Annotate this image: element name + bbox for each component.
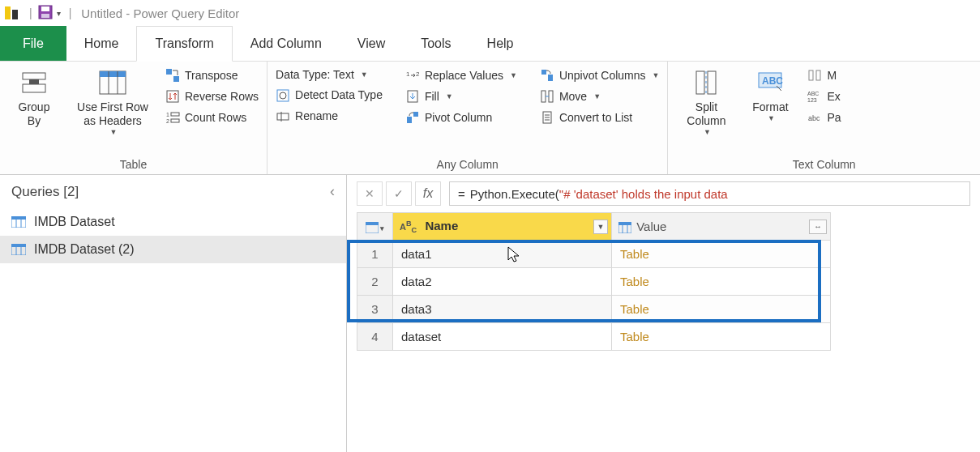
svg-rect-30 xyxy=(541,91,546,102)
svg-rect-19 xyxy=(277,90,289,101)
doc-name: Untitled xyxy=(81,6,122,20)
table-row[interactable]: 1 data1 Table xyxy=(357,241,831,268)
row-number: 1 xyxy=(357,241,393,268)
parse-button[interactable]: abc Pa xyxy=(807,110,841,125)
group-by-label: Group By xyxy=(19,100,50,128)
cell-value[interactable]: Table xyxy=(612,296,831,323)
data-area: ✕ ✓ fx = Python.Execute ( "# 'dataset' h… xyxy=(347,175,980,452)
use-first-row-button[interactable]: Use First Row as Headers ▼ xyxy=(68,65,157,136)
extract-button[interactable]: ABC123 Ex xyxy=(807,89,841,104)
chevron-down-icon: ▼ xyxy=(110,128,118,137)
count-rows-label: Count Rows xyxy=(185,111,246,125)
pivot-column-button[interactable]: Pivot Column xyxy=(405,110,517,125)
grid-corner[interactable]: ▾ xyxy=(357,213,393,241)
svg-rect-55 xyxy=(366,222,379,225)
tab-home[interactable]: Home xyxy=(66,26,137,61)
count-rows-button[interactable]: 12 Count Rows xyxy=(165,110,259,125)
svg-text:2: 2 xyxy=(416,70,420,78)
app-icon xyxy=(3,5,19,21)
tab-tools[interactable]: Tools xyxy=(403,26,469,61)
tab-file[interactable]: File xyxy=(0,26,66,61)
x-icon: ✕ xyxy=(365,187,374,200)
unpivot-columns-button[interactable]: Unpivot Columns ▼ xyxy=(540,68,660,83)
svg-rect-12 xyxy=(166,69,172,75)
data-type-label: Data Type: Text xyxy=(276,68,354,82)
column-header-name[interactable]: ABC Name ▼ xyxy=(393,213,612,241)
chevron-down-icon: ▼ xyxy=(593,92,601,101)
fill-button[interactable]: Fill ▼ xyxy=(405,89,517,104)
svg-point-20 xyxy=(280,92,286,99)
svg-text:1: 1 xyxy=(166,112,169,117)
transpose-button[interactable]: Transpose xyxy=(165,68,259,83)
svg-rect-28 xyxy=(541,70,546,75)
column-header-value[interactable]: Value ↔ xyxy=(612,213,831,241)
chevron-down-icon: ▼ xyxy=(704,128,711,137)
use-first-row-label: Use First Row as Headers xyxy=(77,100,148,128)
save-icon[interactable] xyxy=(37,4,53,23)
cell-value[interactable]: Table xyxy=(612,323,831,351)
cell-name[interactable]: dataset xyxy=(393,323,612,351)
data-type-button[interactable]: Data Type: Text ▼ xyxy=(276,68,383,82)
convert-list-label: Convert to List xyxy=(559,111,632,125)
formula-commit-button[interactable]: ✓ xyxy=(386,181,412,206)
data-grid: ▾ ABC Name ▼ Value ↔ xyxy=(357,212,831,351)
ribbon-group-text-column: Split Column ▼ ABC Format ▼ M ABC123 Ex … xyxy=(668,62,980,174)
collapse-pane-icon[interactable]: ‹ xyxy=(330,183,335,200)
convert-to-list-button[interactable]: Convert to List xyxy=(540,110,660,125)
svg-rect-21 xyxy=(277,113,289,120)
svg-text:2: 2 xyxy=(166,118,169,124)
format-button[interactable]: ABC Format ▼ xyxy=(744,65,796,123)
extract-label: Ex xyxy=(827,90,840,104)
expand-column-icon[interactable]: ↔ xyxy=(809,220,827,234)
query-item-label: IMDB Dataset xyxy=(34,215,115,229)
table-row[interactable]: 2 data2 Table xyxy=(357,268,831,296)
tab-transform[interactable]: Transform xyxy=(136,26,232,62)
text-type-icon: ABC xyxy=(400,222,417,232)
qat-dropdown-icon[interactable]: ▾ xyxy=(57,9,61,18)
svg-rect-6 xyxy=(23,84,45,92)
formula-fx-button[interactable]: fx xyxy=(415,181,441,206)
cell-value[interactable]: Table xyxy=(612,241,831,268)
svg-rect-36 xyxy=(696,71,704,94)
svg-rect-37 xyxy=(708,71,716,94)
query-item[interactable]: IMDB Dataset (2) xyxy=(0,236,346,263)
tab-add-column[interactable]: Add Column xyxy=(233,26,340,61)
move-button[interactable]: Move ▼ xyxy=(540,89,660,104)
tab-help[interactable]: Help xyxy=(469,26,532,61)
group-by-button[interactable]: Group By xyxy=(8,65,60,128)
cell-name[interactable]: data2 xyxy=(393,268,612,296)
ribbon-group-any-column: Data Type: Text ▼ Detect Data Type Renam… xyxy=(267,62,668,174)
svg-text:abc: abc xyxy=(808,114,820,122)
rename-button[interactable]: Rename xyxy=(276,109,383,124)
ribbon-group-table-label: Table xyxy=(8,156,259,173)
merge-columns-button[interactable]: M xyxy=(807,68,841,83)
queries-header: Queries [2] ‹ xyxy=(0,175,346,208)
cell-name[interactable]: data1 xyxy=(393,241,612,268)
detect-data-type-button[interactable]: Detect Data Type xyxy=(276,88,383,103)
row-number: 4 xyxy=(357,323,393,351)
app-name: Power Query Editor xyxy=(133,6,239,20)
cell-name[interactable]: data3 xyxy=(393,296,612,323)
tab-view[interactable]: View xyxy=(340,26,403,61)
transpose-icon xyxy=(165,68,180,83)
qat-divider: | xyxy=(29,6,32,19)
column-filter-icon[interactable]: ▼ xyxy=(593,220,608,234)
table-icon xyxy=(366,222,379,233)
ribbon-group-table: Group By Use First Row as Headers ▼ Tran… xyxy=(0,62,267,174)
cell-value[interactable]: Table xyxy=(612,268,831,296)
table-row[interactable]: 3 data3 Table xyxy=(357,296,831,323)
formula-input[interactable]: = Python.Execute ( "# 'dataset' holds th… xyxy=(449,181,970,206)
replace-values-button[interactable]: 12 Replace Values ▼ xyxy=(405,68,517,83)
rename-label: Rename xyxy=(295,109,338,123)
reverse-rows-button[interactable]: Reverse Rows xyxy=(165,89,259,104)
queries-header-label: Queries [2] xyxy=(11,184,79,200)
query-item[interactable]: IMDB Dataset xyxy=(0,208,346,236)
split-column-button[interactable]: Split Column ▼ xyxy=(676,65,736,136)
chevron-down-icon: ▼ xyxy=(510,71,517,80)
svg-rect-29 xyxy=(548,75,553,81)
table-icon xyxy=(11,244,26,255)
formula-cancel-button[interactable]: ✕ xyxy=(357,181,383,206)
ribbon-group-text-column-label: Text Column xyxy=(676,156,972,173)
table-row[interactable]: 4 dataset Table xyxy=(357,323,831,351)
row-number: 2 xyxy=(357,268,393,296)
